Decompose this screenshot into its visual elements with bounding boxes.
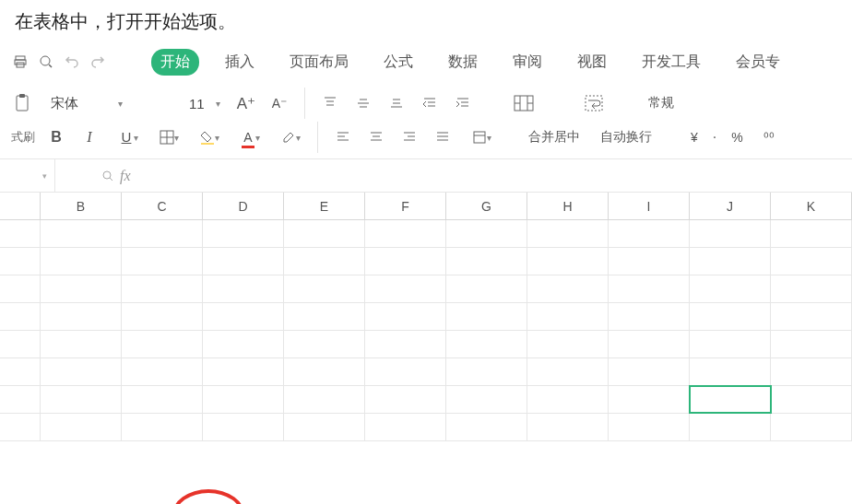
cell[interactable] [527,275,609,302]
cell[interactable] [122,303,203,330]
cell[interactable] [41,331,122,357]
bold-icon[interactable]: B [44,125,68,149]
cell[interactable] [609,331,690,357]
cell[interactable] [365,275,446,302]
cell[interactable] [41,275,122,302]
column-header[interactable]: B [41,193,122,219]
cell[interactable] [446,248,527,275]
cell[interactable] [203,386,284,413]
column-header[interactable]: F [365,193,446,219]
column-header[interactable]: K [771,193,852,219]
wrap-text-icon[interactable] [582,91,606,115]
cell[interactable] [771,303,852,330]
cell[interactable] [690,303,771,330]
cell[interactable] [203,303,284,330]
cell[interactable] [284,220,365,247]
cell[interactable] [609,386,690,413]
column-header[interactable]: C [122,193,203,219]
column-header[interactable]: I [609,193,690,219]
cell[interactable] [284,386,365,413]
cell[interactable] [284,275,365,302]
cell[interactable] [771,386,852,413]
font-size-select[interactable]: 11 [183,93,225,114]
cell[interactable] [122,386,203,413]
align-left-icon[interactable] [331,125,355,149]
column-header[interactable]: H [527,193,609,219]
cell[interactable] [690,248,771,275]
cell[interactable] [122,275,203,302]
cell[interactable] [446,358,527,385]
cell[interactable] [365,358,446,385]
cell[interactable] [609,220,690,247]
tab-page-layout[interactable]: 页面布局 [280,49,358,76]
cell[interactable] [41,414,122,440]
increase-indent-icon[interactable] [451,91,475,115]
row-header[interactable] [0,275,41,302]
cell[interactable] [527,414,609,440]
cell[interactable] [122,220,203,247]
currency-button[interactable]: ¥ [685,128,704,147]
cell[interactable] [527,220,609,247]
cell[interactable] [365,386,446,413]
tab-member[interactable]: 会员专 [727,49,789,76]
cell[interactable] [122,414,203,440]
percent-button[interactable]: % [726,128,748,147]
font-color-icon[interactable]: A [232,125,264,149]
cell[interactable] [41,220,122,247]
column-header[interactable]: E [284,193,365,219]
select-all-corner[interactable] [0,193,41,219]
fill-color-icon[interactable] [192,125,223,149]
cell[interactable] [41,248,122,275]
cell[interactable] [446,414,527,440]
cell[interactable] [527,331,609,357]
cell[interactable] [284,358,365,385]
orientation-icon[interactable] [464,125,495,149]
cell[interactable] [690,331,771,357]
cell[interactable] [527,248,609,275]
cell[interactable] [284,414,365,440]
row-header[interactable] [0,331,41,357]
cell[interactable] [41,358,122,385]
cell[interactable] [771,331,852,357]
align-middle-icon[interactable] [351,91,375,115]
align-top-icon[interactable] [318,91,342,115]
merge-center-button[interactable]: 合并居中 [523,127,586,147]
tab-formula[interactable]: 公式 [374,49,422,76]
cell[interactable] [122,248,203,275]
paste-icon[interactable] [11,91,35,115]
cell[interactable] [771,248,852,275]
cell[interactable] [203,275,284,302]
cell[interactable] [203,220,284,247]
cell[interactable] [527,358,609,385]
cell[interactable] [690,220,771,247]
cell[interactable] [365,303,446,330]
cell[interactable] [203,331,284,357]
fx-label[interactable]: fx [120,168,131,184]
row-header[interactable] [0,414,41,440]
underline-icon[interactable]: U [111,125,142,149]
tab-start[interactable]: 开始 [151,49,199,76]
cell[interactable] [365,220,446,247]
cell[interactable] [284,331,365,357]
column-header[interactable]: J [690,193,771,219]
column-header[interactable]: G [446,193,527,219]
cell[interactable] [41,303,122,330]
cell[interactable] [446,386,527,413]
formula-input[interactable] [177,159,852,192]
thousands-button[interactable]: ⁰⁰ [758,128,780,147]
increase-font-icon[interactable]: A⁺ [234,91,258,115]
cell[interactable] [446,303,527,330]
cell[interactable] [365,248,446,275]
row-header[interactable] [0,248,41,275]
row-header[interactable] [0,220,41,247]
cell[interactable] [609,303,690,330]
merge-cells-icon[interactable] [512,91,536,115]
decrease-indent-icon[interactable] [418,91,442,115]
cell[interactable] [609,358,690,385]
cell[interactable] [122,331,203,357]
column-header[interactable]: D [203,193,284,219]
format-painter-label[interactable]: 式刷 [11,129,35,146]
cell[interactable] [41,386,122,413]
wrap-text-button[interactable]: 自动换行 [595,127,657,147]
borders-icon[interactable] [151,125,183,149]
